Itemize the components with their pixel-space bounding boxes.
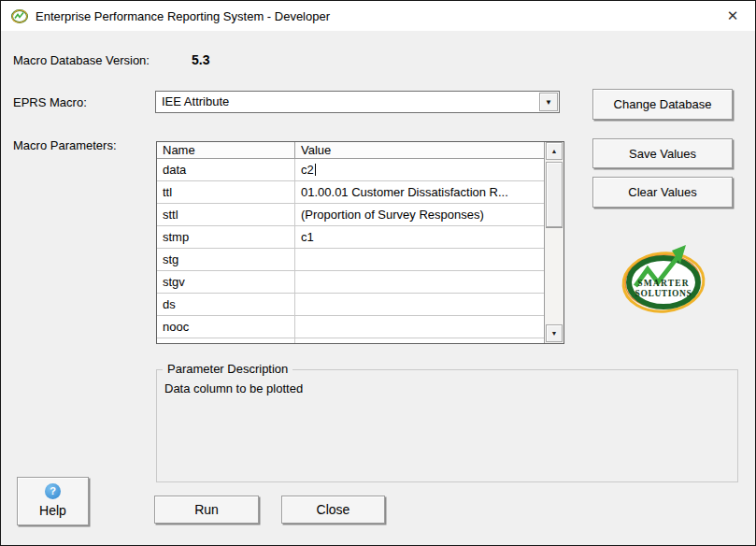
vertical-scrollbar[interactable]: ▲ ▼ (544, 142, 563, 343)
groupbox-title: Parameter Description (163, 362, 292, 376)
question-mark-glyph: ? (50, 486, 56, 496)
logo-text-line1: SMARTER (637, 279, 690, 288)
table-row[interactable]: stmp c1 (157, 226, 544, 249)
param-name-cell[interactable]: ds (157, 294, 295, 315)
table-row[interactable]: sttl (Proportion of Survey Responses) (157, 204, 544, 226)
param-name-cell[interactable]: data (157, 159, 295, 180)
eprs-macro-label: EPRS Macro: (13, 95, 87, 109)
param-name-cell (157, 338, 295, 343)
help-button-label: Help (39, 503, 66, 518)
table-row[interactable]: stgv (157, 271, 544, 294)
change-database-button[interactable]: Change Database (592, 89, 733, 120)
combobox-dropdown-button[interactable]: ▼ (539, 93, 558, 111)
help-icon: ? (45, 483, 61, 499)
table-row[interactable]: data c2 (157, 159, 544, 181)
table-row[interactable]: ds (157, 294, 544, 316)
text-cursor (315, 164, 316, 176)
parameter-description-text: Data column to be plotted (164, 381, 303, 395)
chevron-down-icon: ▼ (545, 98, 552, 107)
param-name-cell[interactable]: stmp (157, 226, 295, 248)
window-title: Enterprise Performance Reporting System … (36, 9, 330, 23)
eprs-macro-selected-value: IEE Attribute (162, 94, 229, 108)
param-name-cell[interactable]: nooc (157, 316, 295, 338)
column-header-value: Value (295, 142, 544, 158)
column-header-name: Name (157, 142, 295, 158)
db-version-value: 5.3 (192, 52, 209, 67)
eprs-macro-combobox[interactable]: IEE Attribute ▼ (155, 91, 560, 113)
table-row[interactable]: nooc (157, 316, 544, 338)
help-button[interactable]: ? Help (17, 477, 89, 525)
scrollbar-thumb[interactable] (546, 162, 563, 227)
smarter-solutions-logo: SMARTER SOLUTIONS (620, 236, 706, 316)
dialog-window: Enterprise Performance Reporting System … (0, 0, 756, 546)
close-icon: ✕ (727, 7, 739, 24)
param-value-cell[interactable] (295, 249, 544, 270)
param-value-cell[interactable] (295, 316, 544, 338)
param-value-cell (295, 338, 544, 343)
logo-text-line2: SOLUTIONS (635, 289, 692, 298)
close-button[interactable]: Close (281, 496, 385, 524)
param-name-cell[interactable]: sttl (157, 204, 295, 225)
param-name-cell[interactable]: stg (157, 249, 295, 270)
title-bar: Enterprise Performance Reporting System … (1, 1, 755, 31)
param-value-cell[interactable] (295, 294, 544, 315)
arrow-down-icon: ▼ (551, 330, 558, 337)
table-row[interactable]: stg (157, 249, 544, 271)
close-window-button[interactable]: ✕ (718, 4, 748, 28)
param-name-cell[interactable]: stgv (157, 271, 295, 293)
table-row[interactable]: ttl 01.00.01 Customer Dissatisfaction R.… (157, 181, 544, 204)
save-values-button[interactable]: Save Values (592, 138, 733, 168)
param-name-cell[interactable]: ttl (157, 181, 295, 203)
table-header-row: Name Value (157, 142, 544, 159)
param-value-cell[interactable]: 01.00.01 Customer Dissatisfaction R... (295, 181, 544, 203)
table-row-partial (157, 338, 544, 343)
table-body: Name Value data c2 ttl 01.00.01 Customer… (157, 142, 544, 343)
arrow-up-icon: ▲ (551, 148, 558, 154)
scroll-down-button[interactable]: ▼ (546, 324, 563, 342)
macro-parameters-label: Macro Parameters: (13, 138, 117, 152)
param-value-cell[interactable] (295, 271, 544, 293)
parameter-description-groupbox: Parameter Description Data column to be … (156, 369, 738, 482)
app-logo-icon (11, 7, 28, 24)
clear-values-button[interactable]: Clear Values (592, 177, 733, 208)
macro-parameters-table: Name Value data c2 ttl 01.00.01 Customer… (156, 141, 564, 344)
param-value-cell[interactable]: c1 (295, 226, 544, 248)
scroll-up-button[interactable]: ▲ (546, 142, 563, 160)
run-button[interactable]: Run (154, 496, 259, 524)
db-version-label: Macro Database Version: (13, 53, 150, 67)
param-value-text: c2 (301, 163, 314, 177)
param-value-cell[interactable]: c2 (295, 159, 544, 180)
param-value-cell[interactable]: (Proportion of Survey Responses) (295, 204, 544, 225)
